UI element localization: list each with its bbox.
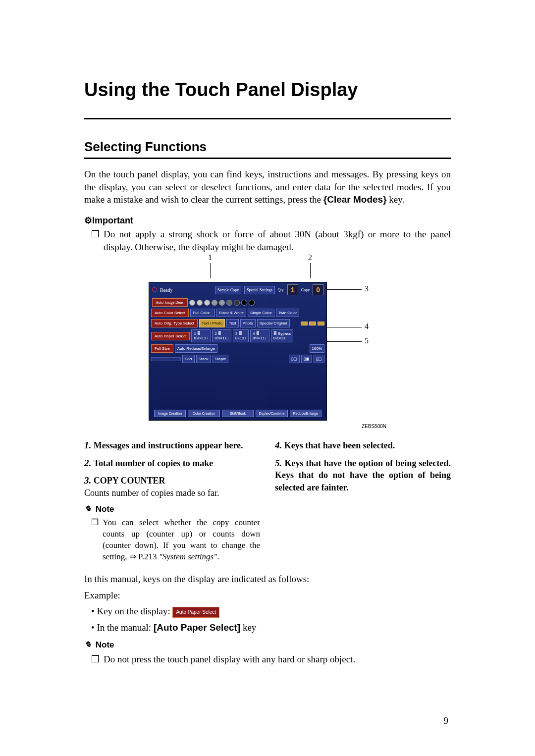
finishing-icon[interactable]: ▯▢ — [314, 355, 324, 363]
blank-button[interactable] — [151, 357, 181, 361]
legend: 1. Messages and instructions appear here… — [84, 439, 451, 573]
auto-paper-select-button[interactable]: Auto Paper Select — [151, 332, 190, 340]
stack-button[interactable]: Stack — [196, 355, 211, 363]
figure-stage: 1 2 3 4 5 Ready Sampl — [149, 263, 386, 429]
callout-1: 1 — [208, 253, 212, 278]
legend-col-right: 4. Keys that have been selected. 5. Keys… — [275, 439, 451, 573]
copy-label: Copy — [301, 288, 310, 292]
legend-text: Keys that have been selected. — [284, 440, 395, 450]
staple-button[interactable]: Staple — [213, 355, 229, 363]
full-color-button[interactable]: Full Color — [190, 309, 215, 317]
twin-color-button[interactable]: Twin Color — [276, 309, 300, 317]
bullet-icon: ❐ — [91, 228, 100, 253]
density-step-icon[interactable] — [249, 300, 255, 306]
callout-num: 1 — [208, 253, 212, 262]
note1-end: . — [217, 552, 219, 561]
callout-num: 2 — [308, 253, 312, 262]
important-bullet: ❐ Do not apply a strong shock or force o… — [84, 228, 451, 253]
page-number: 9 — [444, 715, 449, 726]
tab-reduce-enlarge[interactable]: Reduce/Enlarge — [290, 410, 321, 417]
orientation-icon[interactable] — [301, 322, 308, 325]
tray-1-button[interactable]: 1 ≣ 8½×11↓ — [191, 329, 211, 342]
important-heading: ⚙Important — [84, 215, 451, 226]
section-heading: Selecting Functions — [84, 139, 451, 155]
bullet-icon: ❐ — [91, 653, 100, 666]
special-settings-button[interactable]: Special Settings — [244, 286, 274, 294]
callout-num: 3 — [365, 284, 369, 293]
bullet-dot-icon: • — [91, 606, 95, 616]
auto-reduce-enlarge-button[interactable]: Auto Reduce/Enlarge — [175, 344, 217, 353]
black-white-button[interactable]: Black & White — [216, 309, 246, 317]
legend-num: 4. — [275, 440, 282, 450]
tray-3-button[interactable]: 3 ≣ 8×13↓ — [233, 329, 249, 342]
in-the-manual-label: In the manual: — [97, 622, 154, 633]
callout-4: 4 — [327, 322, 369, 331]
special-original-button[interactable]: Special Original — [257, 319, 290, 327]
note-text: You can select whether the copy counter … — [103, 517, 260, 563]
density-step-icon[interactable] — [197, 300, 203, 306]
text-button[interactable]: Text — [226, 319, 239, 327]
tab-duplex-combine[interactable]: Duplex/Combine — [256, 410, 287, 417]
gear-icon: ⚙ — [84, 216, 92, 225]
copy-counter-value: 0 — [313, 284, 323, 295]
bullet-icon: ❐ — [91, 517, 99, 563]
orientation-icon[interactable] — [309, 322, 316, 325]
legend-item-2: 2. Total number of copies to make — [84, 457, 260, 470]
legend-subtext: Counts number of copies made so far. — [84, 487, 260, 499]
callout-5: 5 — [327, 336, 369, 345]
single-color-button[interactable]: Single Color — [248, 309, 274, 317]
density-step-icon[interactable] — [234, 300, 240, 306]
in-the-manual-end: key — [243, 622, 256, 633]
tray-2-button[interactable]: 2 ≣ 8½×11↓ — [212, 329, 231, 342]
finishing-icon[interactable]: ▯▢ — [289, 355, 300, 363]
full-size-button[interactable]: Full Size — [151, 344, 173, 353]
orientation-icon[interactable] — [318, 322, 324, 325]
clear-modes-key: {Clear Modes} — [323, 194, 387, 205]
tab-shift-book[interactable]: Shift/Book — [222, 410, 254, 417]
auto-image-density-button[interactable]: Auto Image Dens. — [152, 298, 188, 307]
bullet-dot-icon: • — [91, 622, 95, 633]
text-photo-button[interactable]: Text / Photo — [199, 319, 225, 327]
auto-orig-type-button[interactable]: Auto Orig. Type Select — [151, 319, 198, 327]
pct-label: 100% — [310, 344, 324, 353]
tab-image-creation[interactable]: Image Creation — [154, 410, 186, 417]
density-step-icon[interactable] — [226, 300, 232, 306]
ready-dot-icon — [152, 287, 157, 292]
note-bullet-1: ❐ You can select whether the copy counte… — [84, 517, 260, 563]
auto-color-select-button[interactable]: Auto Color Select — [151, 309, 189, 317]
example-item-1: • Key on the display: Auto Paper Select — [91, 605, 451, 618]
ready-label: Ready — [160, 287, 173, 293]
density-step-icon[interactable] — [219, 300, 225, 306]
legend-item-3: 3. COPY COUNTER Counts number of copies … — [84, 474, 260, 499]
legend-text: COPY COUNTER — [94, 476, 165, 486]
intro-paragraph: On the touch panel display, you can find… — [84, 168, 451, 206]
legend-text: Messages and instructions appear here. — [94, 440, 243, 450]
note-label: Note — [96, 640, 114, 649]
title-rule — [84, 118, 451, 119]
density-step-icon[interactable] — [241, 300, 247, 306]
tray-4-button[interactable]: 4 ≣ 8½×11↓ — [250, 329, 269, 342]
pencil-icon: ✎ — [83, 639, 92, 651]
legend-item-5: 5. Keys that have the option of being se… — [275, 457, 451, 493]
density-step-icon[interactable] — [189, 300, 195, 306]
important-text: Do not apply a strong shock or force of … — [104, 228, 451, 253]
sample-copy-button[interactable]: Sample Copy — [215, 286, 241, 294]
note-label: Note — [96, 504, 114, 514]
qty-value: 1 — [287, 284, 298, 295]
callout-2: 2 — [308, 253, 312, 278]
example-item-2: • In the manual: [Auto Paper Select] key — [91, 621, 451, 635]
tab-color-creation[interactable]: Color Creation — [188, 410, 219, 417]
callout-num: 5 — [365, 336, 369, 345]
legend-item-1: 1. Messages and instructions appear here… — [84, 439, 260, 452]
photo-button[interactable]: Photo — [240, 319, 256, 327]
section-rule — [84, 158, 451, 159]
qty-label: Qty. — [278, 288, 284, 292]
finishing-icon[interactable]: ▯▣ — [301, 355, 312, 363]
note-bullet-2: ❐ Do not press the touch panel display w… — [84, 653, 451, 666]
bypass-button[interactable]: ≣ Bypass 8½×11 — [271, 329, 293, 342]
sort-button[interactable]: Sort — [182, 355, 195, 363]
example-block: In this manual, keys on the display are … — [84, 573, 451, 666]
density-step-icon[interactable] — [212, 300, 217, 306]
key-on-display-label: Key on the display: — [97, 606, 172, 616]
density-step-icon[interactable] — [204, 300, 210, 306]
